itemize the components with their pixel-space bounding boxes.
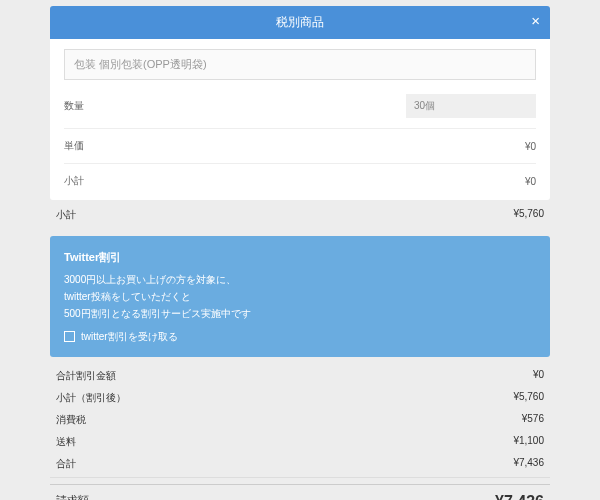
after-value: ¥5,760 [513,391,544,405]
unit-value: ¥0 [525,141,536,152]
grand-label: 請求額 [56,493,89,500]
unit-label: 単価 [64,139,84,153]
ship-value: ¥1,100 [513,435,544,449]
grand-value: ¥7,436 [495,493,544,500]
subtotal-value: ¥5,760 [513,208,544,222]
discount-row: 合計割引金額 ¥0 [50,365,550,387]
discount-label: 合計割引金額 [56,369,116,383]
twitter-promo-box: Twitter割引 3000円以上お買い上げの方を対象に、 twitter投稿を… [50,236,550,357]
promo-title: Twitter割引 [64,248,536,267]
tax-value: ¥576 [522,413,544,427]
total-value: ¥7,436 [513,457,544,471]
order-summary-container: 税別商品 × 包装 個別包装(OPP透明袋) 数量 30個 単価 ¥0 小計 ¥… [50,0,550,500]
modal-title: 税別商品 [276,15,324,29]
divider [64,128,536,129]
promo-line3: 500円割引となる割引サービス実施中です [64,305,536,322]
unit-row: 単価 ¥0 [64,133,536,159]
qty-value: 30個 [406,94,536,118]
item-sub-label: 小計 [64,174,84,188]
item-panel: 包装 個別包装(OPP透明袋) 数量 30個 単価 ¥0 小計 ¥0 [50,39,550,200]
after-label: 小計（割引後） [56,391,126,405]
subtotal-label: 小計 [56,208,76,222]
divider [64,163,536,164]
promo-checkbox-row[interactable]: twitter割引を受け取る [64,328,536,345]
discount-value: ¥0 [533,369,544,383]
after-row: 小計（割引後） ¥5,760 [50,387,550,409]
item-name: 包装 個別包装(OPP透明袋) [64,49,536,80]
item-sub-row: 小計 ¥0 [64,168,536,194]
close-icon[interactable]: × [531,12,540,29]
ship-label: 送料 [56,435,76,449]
qty-label: 数量 [64,99,84,113]
tax-label: 消費税 [56,413,86,427]
tax-row: 消費税 ¥576 [50,409,550,431]
promo-checkbox[interactable] [64,331,75,342]
ship-row: 送料 ¥1,100 [50,431,550,453]
subtotal-row: 小計 ¥5,760 [50,200,550,226]
total-label: 合計 [56,457,76,471]
modal-header: 税別商品 × [50,6,550,39]
promo-line2: twitter投稿をしていただくと [64,288,536,305]
promo-checkbox-label: twitter割引を受け取る [81,328,178,345]
promo-line1: 3000円以上お買い上げの方を対象に、 [64,271,536,288]
qty-row: 数量 30個 [64,88,536,124]
total-row: 合計 ¥7,436 [50,453,550,478]
grand-total-row: 請求額 ¥7,436 [50,484,550,500]
item-sub-value: ¥0 [525,176,536,187]
